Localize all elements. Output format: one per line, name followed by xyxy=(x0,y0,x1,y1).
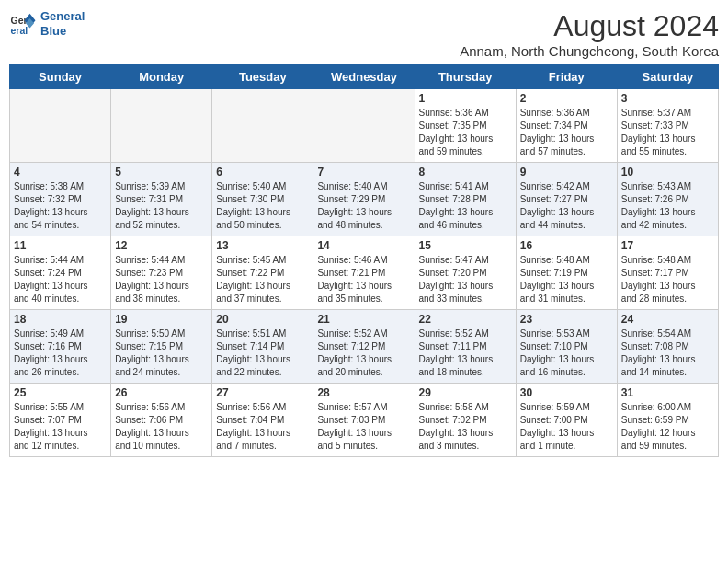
calendar-header-row: SundayMondayTuesdayWednesdayThursdayFrid… xyxy=(10,65,719,89)
calendar-table: SundayMondayTuesdayWednesdayThursdayFrid… xyxy=(9,64,719,457)
calendar-week-row: 18Sunrise: 5:49 AMSunset: 7:16 PMDayligh… xyxy=(10,310,719,384)
calendar-cell: 18Sunrise: 5:49 AMSunset: 7:16 PMDayligh… xyxy=(10,310,111,384)
day-number: 19 xyxy=(115,313,208,326)
day-number: 4 xyxy=(14,166,107,178)
day-content: Sunrise: 5:45 AMSunset: 7:22 PMDaylight:… xyxy=(216,254,309,305)
month-title: August 2024 xyxy=(460,9,719,43)
day-number: 17 xyxy=(621,239,714,252)
day-content: Sunrise: 5:39 AMSunset: 7:31 PMDaylight:… xyxy=(115,180,208,232)
svg-text:eral: eral xyxy=(11,24,28,35)
calendar-cell: 24Sunrise: 5:54 AMSunset: 7:08 PMDayligh… xyxy=(617,310,718,384)
day-number: 24 xyxy=(621,313,714,326)
logo-icon: Gen eral xyxy=(9,10,37,38)
calendar-cell: 28Sunrise: 5:57 AMSunset: 7:03 PMDayligh… xyxy=(313,384,415,457)
day-content: Sunrise: 5:37 AMSunset: 7:33 PMDaylight:… xyxy=(621,107,714,158)
calendar-cell xyxy=(212,89,313,163)
day-header-monday: Monday xyxy=(111,65,212,89)
day-content: Sunrise: 5:58 AMSunset: 7:02 PMDaylight:… xyxy=(419,401,512,453)
day-number: 1 xyxy=(419,92,512,105)
day-number: 10 xyxy=(621,166,714,178)
day-number: 18 xyxy=(14,313,107,326)
day-content: Sunrise: 5:44 AMSunset: 7:24 PMDaylight:… xyxy=(14,254,107,305)
day-content: Sunrise: 5:46 AMSunset: 7:21 PMDaylight:… xyxy=(317,254,410,305)
calendar-cell: 13Sunrise: 5:45 AMSunset: 7:22 PMDayligh… xyxy=(212,236,313,310)
calendar-cell: 29Sunrise: 5:58 AMSunset: 7:02 PMDayligh… xyxy=(415,384,516,457)
day-number: 22 xyxy=(419,313,512,326)
day-content: Sunrise: 5:57 AMSunset: 7:03 PMDaylight:… xyxy=(317,401,410,453)
calendar-cell: 4Sunrise: 5:38 AMSunset: 7:32 PMDaylight… xyxy=(10,163,111,236)
calendar-cell: 3Sunrise: 5:37 AMSunset: 7:33 PMDaylight… xyxy=(617,89,718,163)
day-number: 8 xyxy=(419,166,512,178)
day-number: 6 xyxy=(216,166,309,178)
day-number: 11 xyxy=(14,239,107,252)
day-number: 16 xyxy=(520,239,613,252)
day-header-sunday: Sunday xyxy=(10,65,111,89)
calendar-week-row: 4Sunrise: 5:38 AMSunset: 7:32 PMDaylight… xyxy=(10,163,719,236)
calendar-cell xyxy=(111,89,212,163)
day-content: Sunrise: 5:44 AMSunset: 7:23 PMDaylight:… xyxy=(115,254,208,305)
day-number: 13 xyxy=(216,239,309,252)
logo-line2: Blue xyxy=(40,24,66,38)
calendar-cell: 5Sunrise: 5:39 AMSunset: 7:31 PMDaylight… xyxy=(111,163,212,236)
day-number: 23 xyxy=(520,313,613,326)
calendar-cell: 10Sunrise: 5:43 AMSunset: 7:26 PMDayligh… xyxy=(617,163,718,236)
day-number: 15 xyxy=(419,239,512,252)
day-number: 9 xyxy=(520,166,613,178)
day-header-saturday: Saturday xyxy=(617,65,718,89)
day-content: Sunrise: 5:52 AMSunset: 7:12 PMDaylight:… xyxy=(317,327,410,379)
calendar-cell: 9Sunrise: 5:42 AMSunset: 7:27 PMDaylight… xyxy=(516,163,617,236)
day-number: 20 xyxy=(216,313,309,326)
calendar-cell xyxy=(10,89,111,163)
day-header-tuesday: Tuesday xyxy=(212,65,313,89)
day-number: 2 xyxy=(520,92,613,105)
day-number: 12 xyxy=(115,239,208,252)
day-number: 5 xyxy=(115,166,208,178)
day-content: Sunrise: 5:43 AMSunset: 7:26 PMDaylight:… xyxy=(621,180,714,232)
day-content: Sunrise: 5:51 AMSunset: 7:14 PMDaylight:… xyxy=(216,327,309,379)
day-content: Sunrise: 5:49 AMSunset: 7:16 PMDaylight:… xyxy=(14,327,107,379)
calendar-cell: 1Sunrise: 5:36 AMSunset: 7:35 PMDaylight… xyxy=(415,89,516,163)
day-content: Sunrise: 5:41 AMSunset: 7:28 PMDaylight:… xyxy=(419,180,512,232)
day-content: Sunrise: 5:48 AMSunset: 7:17 PMDaylight:… xyxy=(621,254,714,305)
day-content: Sunrise: 5:36 AMSunset: 7:34 PMDaylight:… xyxy=(520,107,613,158)
day-content: Sunrise: 5:36 AMSunset: 7:35 PMDaylight:… xyxy=(419,107,512,158)
calendar-cell: 7Sunrise: 5:40 AMSunset: 7:29 PMDaylight… xyxy=(313,163,415,236)
logo: Gen eral General Blue xyxy=(9,9,85,38)
day-number: 21 xyxy=(317,313,410,326)
calendar-cell: 14Sunrise: 5:46 AMSunset: 7:21 PMDayligh… xyxy=(313,236,415,310)
day-content: Sunrise: 5:59 AMSunset: 7:00 PMDaylight:… xyxy=(520,401,613,453)
calendar-cell: 31Sunrise: 6:00 AMSunset: 6:59 PMDayligh… xyxy=(617,384,718,457)
calendar-week-row: 1Sunrise: 5:36 AMSunset: 7:35 PMDaylight… xyxy=(10,89,719,163)
calendar-cell: 30Sunrise: 5:59 AMSunset: 7:00 PMDayligh… xyxy=(516,384,617,457)
day-content: Sunrise: 5:52 AMSunset: 7:11 PMDaylight:… xyxy=(419,327,512,379)
day-content: Sunrise: 5:47 AMSunset: 7:20 PMDaylight:… xyxy=(419,254,512,305)
day-content: Sunrise: 5:40 AMSunset: 7:30 PMDaylight:… xyxy=(216,180,309,232)
day-content: Sunrise: 6:00 AMSunset: 6:59 PMDaylight:… xyxy=(621,401,714,453)
calendar-cell: 22Sunrise: 5:52 AMSunset: 7:11 PMDayligh… xyxy=(415,310,516,384)
day-content: Sunrise: 5:55 AMSunset: 7:07 PMDaylight:… xyxy=(14,401,107,453)
day-number: 25 xyxy=(14,386,107,399)
day-content: Sunrise: 5:56 AMSunset: 7:04 PMDaylight:… xyxy=(216,401,309,453)
day-number: 26 xyxy=(115,386,208,399)
day-content: Sunrise: 5:50 AMSunset: 7:15 PMDaylight:… xyxy=(115,327,208,379)
location-subtitle: Annam, North Chungcheong, South Korea xyxy=(460,43,719,59)
day-header-wednesday: Wednesday xyxy=(313,65,415,89)
calendar-week-row: 25Sunrise: 5:55 AMSunset: 7:07 PMDayligh… xyxy=(10,384,719,457)
day-content: Sunrise: 5:48 AMSunset: 7:19 PMDaylight:… xyxy=(520,254,613,305)
day-number: 30 xyxy=(520,386,613,399)
day-number: 14 xyxy=(317,239,410,252)
day-content: Sunrise: 5:53 AMSunset: 7:10 PMDaylight:… xyxy=(520,327,613,379)
day-number: 7 xyxy=(317,166,410,178)
day-header-friday: Friday xyxy=(516,65,617,89)
calendar-cell: 26Sunrise: 5:56 AMSunset: 7:06 PMDayligh… xyxy=(111,384,212,457)
calendar-cell: 6Sunrise: 5:40 AMSunset: 7:30 PMDaylight… xyxy=(212,163,313,236)
calendar-cell: 8Sunrise: 5:41 AMSunset: 7:28 PMDaylight… xyxy=(415,163,516,236)
calendar-cell xyxy=(313,89,415,163)
day-content: Sunrise: 5:56 AMSunset: 7:06 PMDaylight:… xyxy=(115,401,208,453)
calendar-cell: 11Sunrise: 5:44 AMSunset: 7:24 PMDayligh… xyxy=(10,236,111,310)
day-number: 31 xyxy=(621,386,714,399)
calendar-cell: 23Sunrise: 5:53 AMSunset: 7:10 PMDayligh… xyxy=(516,310,617,384)
calendar-cell: 17Sunrise: 5:48 AMSunset: 7:17 PMDayligh… xyxy=(617,236,718,310)
calendar-cell: 2Sunrise: 5:36 AMSunset: 7:34 PMDaylight… xyxy=(516,89,617,163)
day-content: Sunrise: 5:42 AMSunset: 7:27 PMDaylight:… xyxy=(520,180,613,232)
